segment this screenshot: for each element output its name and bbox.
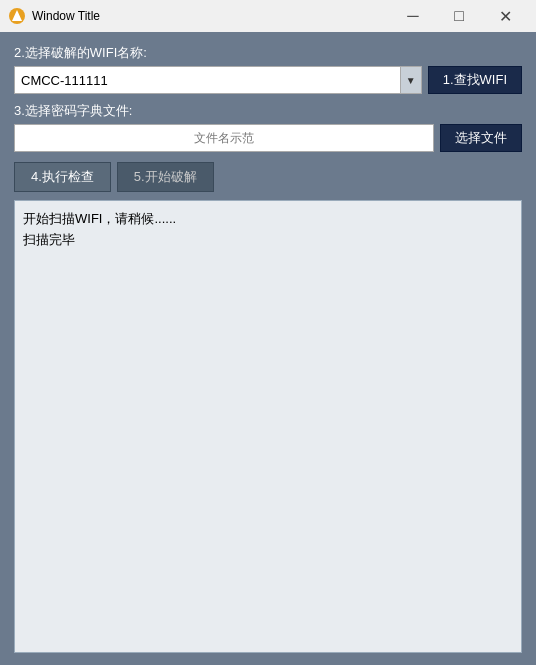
window-title: Window Title xyxy=(32,9,390,23)
title-bar: Window Title ─ □ ✕ xyxy=(0,0,536,32)
log-line: 开始扫描WIFI，请稍候...... xyxy=(23,209,513,230)
close-button[interactable]: ✕ xyxy=(482,0,528,32)
check-button[interactable]: 4.执行检查 xyxy=(14,162,111,192)
log-line: 扫描完毕 xyxy=(23,230,513,251)
dict-section: 3.选择密码字典文件: 选择文件 xyxy=(14,102,522,152)
file-path-input[interactable] xyxy=(14,124,434,152)
log-area: 开始扫描WIFI，请稍候......扫描完毕 xyxy=(14,200,522,653)
wifi-section: 2.选择破解的WIFI名称: CMCC-111111 ▼ 1.查找WIFI xyxy=(14,44,522,94)
maximize-button[interactable]: □ xyxy=(436,0,482,32)
wifi-row: CMCC-111111 ▼ 1.查找WIFI xyxy=(14,66,522,94)
dict-section-label: 3.选择密码字典文件: xyxy=(14,102,522,120)
app-icon xyxy=(8,7,26,25)
crack-button[interactable]: 5.开始破解 xyxy=(117,162,214,192)
minimize-button[interactable]: ─ xyxy=(390,0,436,32)
select-file-button[interactable]: 选择文件 xyxy=(440,124,522,152)
find-wifi-button[interactable]: 1.查找WIFI xyxy=(428,66,522,94)
wifi-dropdown[interactable]: CMCC-111111 xyxy=(14,66,422,94)
window-controls: ─ □ ✕ xyxy=(390,0,528,32)
action-row: 4.执行检查 5.开始破解 xyxy=(14,162,522,192)
wifi-section-label: 2.选择破解的WIFI名称: xyxy=(14,44,522,62)
main-content: 2.选择破解的WIFI名称: CMCC-111111 ▼ 1.查找WIFI 3.… xyxy=(0,32,536,665)
dict-row: 选择文件 xyxy=(14,124,522,152)
wifi-dropdown-wrapper: CMCC-111111 ▼ xyxy=(14,66,422,94)
